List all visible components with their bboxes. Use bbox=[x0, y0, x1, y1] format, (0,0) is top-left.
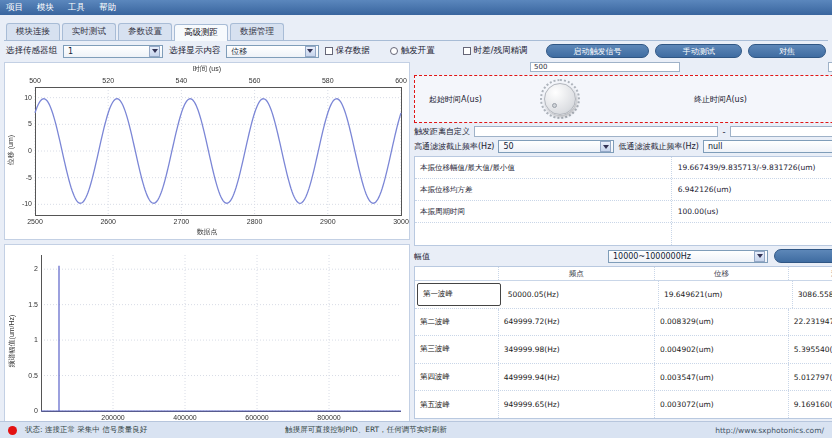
info-value: 100.00(us) bbox=[672, 207, 832, 216]
disp-cell: 0.008329(um) bbox=[655, 309, 789, 336]
freq-cell: 50000.05(Hz) bbox=[503, 281, 659, 308]
peak-name-cell[interactable]: 第四波峰 bbox=[415, 364, 499, 391]
lowpass-label: 低通滤波截止频率(Hz) bbox=[618, 141, 698, 152]
save-data-checkbox[interactable] bbox=[325, 47, 333, 55]
highpass-value: 50 bbox=[503, 142, 513, 151]
table-row[interactable]: 第五波峰 949999.65(Hz) 0.003072(um) 9.169160… bbox=[415, 391, 832, 418]
info-row bbox=[415, 223, 832, 245]
menu-item-tools[interactable]: 工具 bbox=[68, 2, 85, 14]
fine-tune-checkbox[interactable] bbox=[463, 47, 471, 55]
tab-realtime-test[interactable]: 实时测试 bbox=[62, 23, 116, 40]
display-content-select[interactable]: 位移 bbox=[226, 45, 319, 58]
highpass-select[interactable]: 50 bbox=[498, 140, 614, 153]
start-time-input[interactable]: 500 bbox=[530, 62, 680, 72]
info-value: 6.942126(um) bbox=[672, 185, 832, 194]
tab-data-management[interactable]: 数据管理 bbox=[230, 23, 284, 40]
toolbar: 选择传感器组 1 选择显示内容 位移 保存数据 触发开置 时差/残周精调 启动触… bbox=[0, 41, 832, 61]
focus-button[interactable]: 对焦 bbox=[748, 44, 826, 58]
start-time-knob-group: 起始时间A(us) bbox=[429, 79, 694, 119]
header-cell: 位移 bbox=[655, 267, 789, 280]
time-domain-chart[interactable] bbox=[5, 63, 409, 237]
vel-cell: 22.231947(mm/s) bbox=[789, 309, 832, 336]
amplitude-range-select[interactable]: 10000~1000000Hz bbox=[608, 250, 768, 263]
redefine-button[interactable]: 再定义 bbox=[774, 249, 832, 263]
fine-tune-checkbox-group[interactable]: 时差/残周精调 bbox=[463, 45, 528, 57]
amplitude-range-value: 10000~1000000Hz bbox=[613, 252, 691, 261]
distance-separator: - bbox=[722, 127, 725, 137]
table-row[interactable]: 第一波峰 50000.05(Hz) 19.649621(um) 3086.558… bbox=[415, 281, 832, 309]
custom-distance-row: 触发距离自定义 - bbox=[414, 126, 832, 137]
info-value: 19.667439/9.835713/-9.831726(um) bbox=[672, 163, 832, 172]
header-cell bbox=[415, 267, 499, 280]
header-cell: 频点 bbox=[499, 267, 655, 280]
vel-cell: 3086.558676(mm/s) bbox=[793, 281, 832, 308]
table-row[interactable]: 第二波峰 649999.72(Hz) 0.008329(um) 22.23194… bbox=[415, 309, 832, 337]
info-label: 本振位移幅值/最大值/最小值 bbox=[415, 157, 672, 178]
disp-cell: 19.649621(um) bbox=[659, 281, 793, 308]
trigger-radio-group[interactable]: 触发开置 bbox=[390, 45, 435, 57]
tab-advanced-ranging[interactable]: 高级测距 bbox=[174, 24, 228, 41]
trigger-radio-label: 触发开置 bbox=[401, 45, 435, 57]
delay-inputs-row: 500 600 bbox=[414, 62, 832, 72]
end-time-input[interactable]: 600 bbox=[828, 62, 832, 72]
info-row: 本振周期时间 100.00(us) bbox=[415, 201, 832, 223]
peak-name-cell[interactable]: 第三波峰 bbox=[415, 336, 499, 363]
lowpass-select[interactable]: null bbox=[703, 140, 832, 153]
status-url[interactable]: http://www.sxphotonics.com/ bbox=[715, 426, 824, 435]
distance-from-input[interactable] bbox=[474, 126, 718, 137]
chevron-down-icon[interactable] bbox=[600, 141, 611, 152]
info-label bbox=[415, 223, 672, 245]
custom-distance-label: 触发距离自定义 bbox=[414, 126, 470, 137]
manual-test-button[interactable]: 手动测试 bbox=[655, 44, 742, 58]
freq-cell: 449999.94(Hz) bbox=[499, 364, 655, 391]
vel-cell: 9.169160(mm/s) bbox=[789, 391, 832, 418]
tab-module-connect[interactable]: 模块连接 bbox=[6, 23, 60, 40]
start-time-knob[interactable] bbox=[544, 83, 576, 115]
freq-cell: 949999.65(Hz) bbox=[499, 391, 655, 418]
menu-item-project[interactable]: 项目 bbox=[6, 2, 23, 14]
tab-strip: 模块连接 实时测试 参数设置 高级测距 数据管理 bbox=[0, 15, 832, 40]
disp-cell: 0.004902(um) bbox=[655, 336, 789, 363]
time-knob-panel: 起始时间A(us) 终止时间A(us) bbox=[414, 75, 832, 123]
peak-name-cell[interactable]: 第五波峰 bbox=[415, 391, 499, 418]
display-content-label: 选择显示内容 bbox=[169, 45, 220, 57]
end-time-knob-label: 终止时间A(us) bbox=[694, 94, 747, 105]
status-left-text: 状态: 连接正常 采集中 信号质量良好 bbox=[25, 425, 147, 435]
trigger-radio[interactable] bbox=[390, 47, 398, 55]
info-row: 本振位移均方差 6.942126(um) bbox=[415, 179, 832, 201]
menu-item-module[interactable]: 模块 bbox=[37, 2, 54, 14]
status-middle-text: 触摸屏可直接控制PID、ERT，任何调节实时刷新 bbox=[285, 425, 447, 435]
disp-cell: 0.003072(um) bbox=[655, 391, 789, 418]
info-row: 本振位移幅值/最大值/最小值 19.667439/9.835713/-9.831… bbox=[415, 157, 832, 179]
peak-table: 频点 位移 速度 加速度 第一波峰 50000.05(Hz) 19.649621… bbox=[414, 266, 832, 419]
chevron-down-icon[interactable] bbox=[754, 251, 765, 262]
chevron-down-icon[interactable] bbox=[305, 46, 316, 57]
distance-to-input[interactable] bbox=[730, 126, 832, 137]
measurement-info-table: 本振位移幅值/最大值/最小值 19.667439/9.835713/-9.831… bbox=[414, 156, 832, 246]
knob-indicator-icon bbox=[552, 103, 557, 108]
amplitude-label: 幅值 bbox=[414, 251, 430, 262]
spectrum-chart-panel bbox=[4, 244, 410, 438]
sensor-group-label: 选择传感器组 bbox=[6, 45, 57, 57]
filter-row: 高通滤波截止频率(Hz) 50 低通滤波截止频率(Hz) null bbox=[414, 140, 832, 153]
vel-cell: 5.395540(mm/s) bbox=[789, 336, 832, 363]
table-row[interactable]: 第三波峰 349999.98(Hz) 0.004902(um) 5.395540… bbox=[415, 336, 832, 364]
table-row[interactable]: 第四波峰 449999.94(Hz) 0.003547(um) 5.012797… bbox=[415, 364, 832, 392]
chevron-down-icon[interactable] bbox=[149, 46, 160, 57]
disp-cell: 0.003547(um) bbox=[655, 364, 789, 391]
save-data-checkbox-group[interactable]: 保存数据 bbox=[325, 45, 370, 57]
start-time-knob-label: 起始时间A(us) bbox=[429, 94, 482, 105]
peak-name-cell[interactable]: 第一波峰 bbox=[417, 283, 501, 306]
info-label: 本振位移均方差 bbox=[415, 179, 672, 200]
sensor-group-select[interactable]: 1 bbox=[63, 45, 163, 58]
spectrum-chart[interactable] bbox=[5, 245, 409, 437]
peak-name-cell[interactable]: 第二波峰 bbox=[415, 309, 499, 336]
chart-column bbox=[4, 62, 410, 419]
display-content-value: 位移 bbox=[231, 46, 247, 57]
menu-bar: 项目 模块 工具 帮助 bbox=[0, 0, 832, 15]
start-trigger-button[interactable]: 启动触发信号 bbox=[546, 44, 650, 58]
fine-tune-label: 时差/残周精调 bbox=[474, 45, 528, 57]
tab-parameter-settings[interactable]: 参数设置 bbox=[118, 23, 172, 40]
end-time-knob-group: 终止时间A(us) bbox=[694, 79, 832, 119]
menu-item-help[interactable]: 帮助 bbox=[99, 2, 116, 14]
